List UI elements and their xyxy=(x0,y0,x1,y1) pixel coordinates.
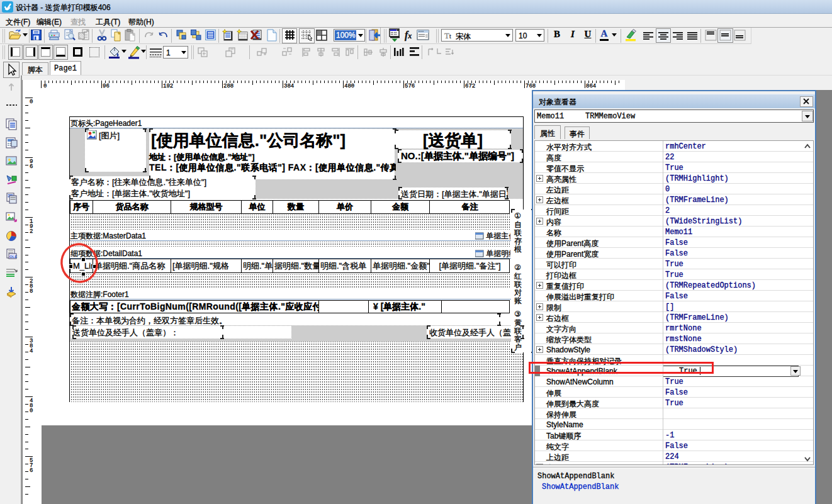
svg-text:OLE: OLE xyxy=(9,255,17,259)
